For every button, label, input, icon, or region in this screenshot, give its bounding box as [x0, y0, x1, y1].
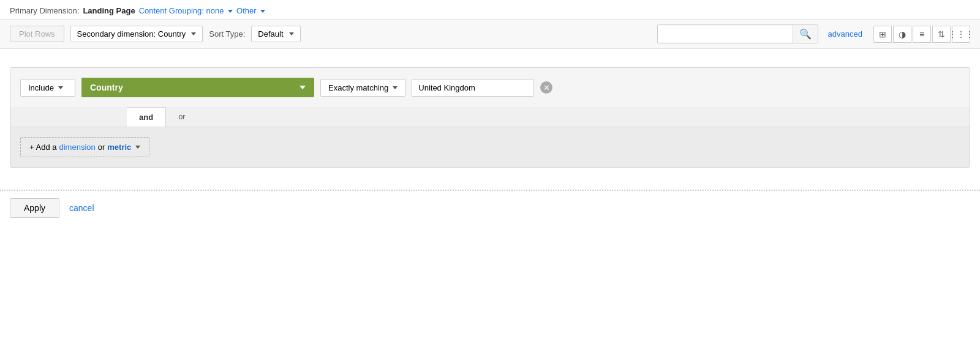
search-icon: 🔍 [799, 28, 812, 40]
search-input[interactable] [658, 26, 793, 42]
other-link[interactable]: Other [236, 6, 265, 15]
filter-container: Include Country Exactly matching ✕ and o… [10, 67, 970, 168]
content-grouping-label: Content Grouping: [139, 6, 204, 15]
metric-text: metric [107, 143, 131, 152]
add-dimension-button[interactable]: + Add a dimension or metric [20, 137, 149, 157]
bottom-bar: Apply cancel [0, 191, 980, 225]
list-icon: ≡ [919, 29, 924, 39]
and-or-row: and or [10, 107, 970, 127]
exactly-arrow-icon [393, 86, 398, 89]
cancel-link[interactable]: cancel [69, 203, 94, 213]
pie-icon: ◑ [899, 29, 906, 39]
other-label: Other [236, 6, 257, 15]
sort-type-label: Sort Type: [209, 29, 245, 39]
landing-page-value: Landing Page [83, 6, 135, 15]
advanced-link[interactable]: advanced [828, 29, 862, 39]
exactly-matching-label: Exactly matching [328, 83, 388, 92]
and-or-indent [10, 107, 127, 127]
content-grouping-arrow-icon [228, 10, 233, 13]
or-text: or [98, 143, 105, 152]
pie-view-button[interactable]: ◑ [893, 26, 911, 43]
content-grouping-value: none [206, 6, 224, 15]
add-prefix: + Add a [29, 143, 56, 152]
filter-value-input[interactable] [412, 79, 534, 97]
list-view-button[interactable]: ≡ [913, 26, 931, 43]
content-grouping-link[interactable]: Content Grouping: none [139, 6, 233, 15]
sort-icon: ⇅ [938, 29, 945, 39]
sort-value: Default [258, 29, 283, 39]
grid-view-button[interactable]: ⊞ [873, 26, 892, 43]
secondary-dim-arrow-icon [191, 32, 196, 35]
grid-icon: ⊞ [879, 29, 886, 39]
plot-rows-button[interactable]: Plot Rows [10, 26, 64, 42]
and-tab[interactable]: and [127, 107, 166, 127]
dimension-text: dimension [59, 143, 95, 152]
top-bar: Primary Dimension: Landing Page Content … [0, 0, 980, 20]
or-tab[interactable]: or [166, 107, 198, 127]
view-icons-group: ⊞ ◑ ≡ ⇅ ⋮⋮⋮ [873, 26, 970, 43]
country-label: Country [90, 83, 123, 92]
columns-icon: ⋮⋮⋮ [948, 29, 974, 39]
add-dimension-row: + Add a dimension or metric [10, 127, 970, 167]
include-arrow-icon [58, 86, 63, 89]
secondary-dimension-button[interactable]: Secondary dimension: Country [70, 26, 203, 42]
search-button[interactable]: 🔍 [793, 25, 818, 43]
include-label: Include [28, 83, 54, 92]
search-wrapper: 🔍 [657, 24, 818, 43]
country-arrow-icon [300, 86, 306, 89]
primary-dim-label: Primary Dimension: [10, 6, 79, 15]
filter-area: Include Country Exactly matching ✕ and o… [0, 49, 980, 177]
apply-button[interactable]: Apply [10, 198, 59, 218]
secondary-dim-label: Secondary dimension: Country [77, 29, 186, 39]
other-arrow-icon [260, 10, 265, 13]
filter-row: Include Country Exactly matching ✕ [10, 68, 970, 107]
clear-icon: ✕ [543, 83, 550, 92]
exactly-matching-button[interactable]: Exactly matching [320, 79, 405, 97]
sort-type-button[interactable]: Default [251, 26, 300, 42]
clear-filter-button[interactable]: ✕ [540, 81, 552, 94]
include-button[interactable]: Include [20, 79, 75, 97]
add-dim-arrow-icon [135, 146, 140, 149]
sort-arrow-icon [289, 32, 294, 35]
columns-view-button[interactable]: ⋮⋮⋮ [952, 26, 970, 43]
toolbar: Plot Rows Secondary dimension: Country S… [0, 20, 980, 49]
country-dimension-button[interactable]: Country [81, 78, 314, 97]
